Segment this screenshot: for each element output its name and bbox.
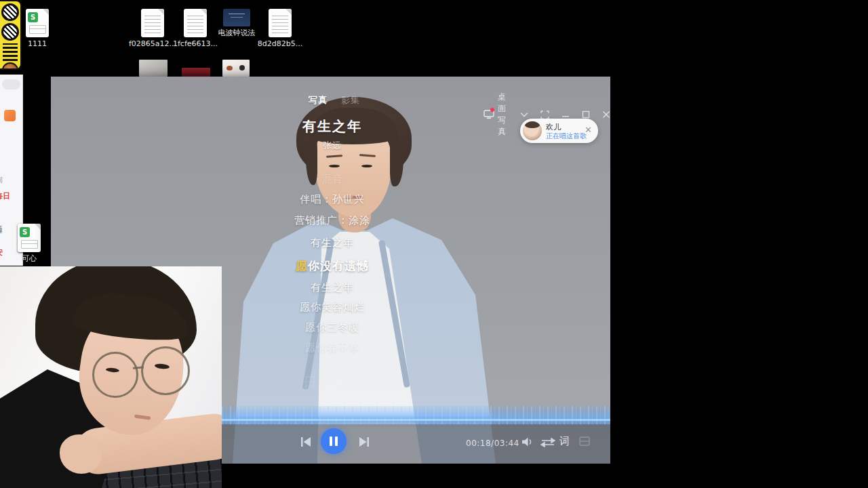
badge-close-icon[interactable]: ✕ (585, 125, 592, 135)
glasses-left-lens (92, 352, 138, 398)
song-title: 有生之年 (224, 117, 441, 136)
icon-label: 可心 (5, 254, 53, 263)
coin-graphic (2, 62, 18, 70)
lyric-line: 愿你春不寒 (224, 342, 441, 354)
volume-icon[interactable] (520, 436, 534, 451)
desktop-screen: S 1111 f02865a12... 1fcfe6613... 电波钟说法 8… (0, 0, 868, 488)
desktop-icon-f02865a12[interactable]: f02865a12... (129, 9, 176, 48)
fullscreen-icon[interactable] (540, 110, 549, 119)
image-thumbnail-icon[interactable] (182, 68, 210, 77)
image-thumbnail-icon[interactable] (139, 60, 167, 77)
play-mode-icon[interactable] (540, 437, 555, 450)
excel-file-icon: S (26, 9, 49, 37)
mode-label: 桌面写真 (498, 92, 508, 138)
document-file-icon (269, 9, 292, 37)
icon-label: f02865a12... (129, 39, 176, 48)
orange-app-icon[interactable] (4, 110, 16, 121)
settings-icon[interactable] (578, 436, 591, 449)
minimize-icon[interactable] (561, 110, 570, 119)
maximize-icon[interactable] (582, 110, 590, 119)
desktop-lyric-button[interactable]: 词 (559, 435, 570, 448)
watermark-glyph: 日 (303, 373, 317, 392)
search-input[interactable] (2, 79, 20, 89)
singer-name: 欢儿 (546, 122, 561, 132)
singer-badge[interactable]: 欢儿 正在唱这首歌 ✕ (520, 119, 598, 143)
lyric-line: 伴唱：孙世兴 (224, 193, 441, 206)
lyric-line-current: 愿你没有遗憾 (224, 258, 441, 274)
lyric-line: 混音 (224, 173, 441, 186)
chat-list-item[interactable]: 每日 (0, 191, 23, 201)
singer-status: 正在唱这首歌 (546, 131, 587, 141)
tab-xiezhen[interactable]: 写真 (309, 94, 328, 106)
previous-track-button[interactable] (299, 436, 313, 451)
desktop-icon-dianbozhong[interactable]: 电波钟说法 (213, 3, 260, 37)
sticker-image (0, 0, 22, 70)
close-icon[interactable] (602, 110, 610, 119)
desktop-icon-8d2d82b5[interactable]: 8d2d82b5... (256, 9, 304, 48)
desktop-icon-kexin[interactable]: S 可心 (5, 224, 53, 263)
pause-button[interactable] (321, 428, 347, 454)
person-hand (60, 434, 102, 474)
desktop-icon-1fcfe6613[interactable]: 1fcfe6613... (172, 9, 219, 48)
excel-file-icon: S (18, 224, 41, 252)
icon-label: 8d2d82b5... (256, 39, 304, 48)
document-file-icon (184, 9, 207, 37)
lyric-line: 有生之年 (224, 281, 441, 294)
lyric-line: 营销推广：涂涂 (224, 214, 441, 227)
glasses-right-lens (141, 346, 190, 395)
icon-label: 1fcfe6613... (172, 39, 219, 48)
next-track-button[interactable] (357, 436, 371, 451)
time-display: 00:18/03:44 (466, 439, 519, 448)
lyric-line: 愿你三冬暖 (224, 321, 441, 334)
crossed-circle-icon (1, 23, 19, 41)
presentation-thumbnail-icon (223, 9, 250, 26)
webcam-overlay (0, 266, 222, 488)
monitor-icon (484, 110, 494, 119)
image-thumbnail-icon[interactable] (222, 60, 250, 77)
chevron-down-icon[interactable] (520, 112, 528, 117)
notification-dot (490, 108, 494, 112)
document-file-icon (141, 9, 164, 37)
tab-yingji[interactable]: 影集 (341, 94, 360, 106)
stripes-graphic (3, 43, 18, 61)
crossed-circle-icon (1, 3, 19, 21)
chat-list-item[interactable]: 间 (0, 175, 23, 185)
song-artist: 张远 (224, 140, 441, 152)
icon-label: 电波钟说法 (213, 28, 260, 37)
lyric-line: 有生之年 (224, 237, 441, 249)
avatar (523, 121, 542, 140)
lyric-line: 愿你笑容灿烂 (224, 301, 441, 314)
